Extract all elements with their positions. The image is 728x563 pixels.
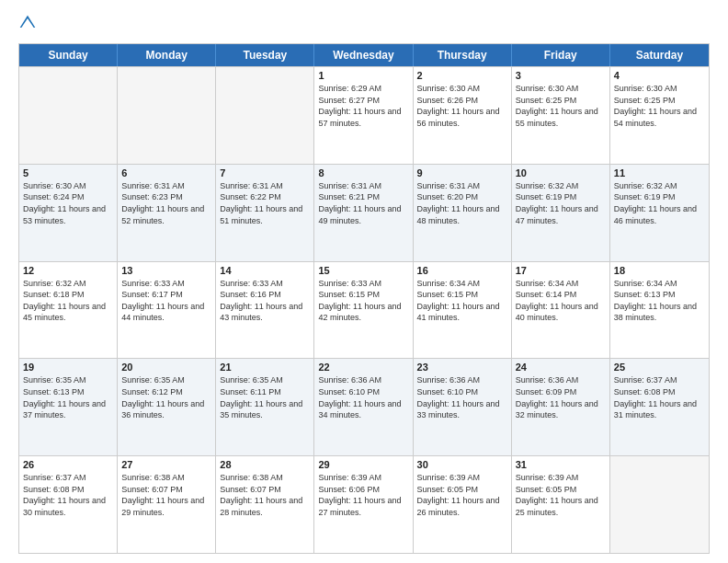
calendar-day-cell: 21Sunrise: 6:35 AMSunset: 6:11 PMDayligh… xyxy=(216,359,314,455)
header xyxy=(18,14,710,34)
day-number: 22 xyxy=(318,362,408,373)
day-number: 13 xyxy=(121,265,211,276)
cell-day-info: Sunrise: 6:29 AMSunset: 6:27 PMDaylight:… xyxy=(318,83,408,129)
cell-day-info: Sunrise: 6:35 AMSunset: 6:11 PMDaylight:… xyxy=(220,374,310,420)
cell-day-info: Sunrise: 6:39 AMSunset: 6:05 PMDaylight:… xyxy=(417,472,507,518)
calendar-header-cell: Wednesday xyxy=(314,44,413,66)
calendar-day-cell: 26Sunrise: 6:37 AMSunset: 6:08 PMDayligh… xyxy=(19,456,118,553)
cell-day-info: Sunrise: 6:33 AMSunset: 6:15 PMDaylight:… xyxy=(318,278,408,324)
calendar-day-cell xyxy=(118,67,216,164)
day-number: 9 xyxy=(417,167,507,178)
calendar-day-cell: 17Sunrise: 6:34 AMSunset: 6:14 PMDayligh… xyxy=(512,262,610,359)
calendar-day-cell: 1Sunrise: 6:29 AMSunset: 6:27 PMDaylight… xyxy=(314,67,413,164)
calendar-day-cell: 27Sunrise: 6:38 AMSunset: 6:07 PMDayligh… xyxy=(118,456,216,553)
day-number: 27 xyxy=(121,459,211,470)
calendar: SundayMondayTuesdayWednesdayThursdayFrid… xyxy=(18,43,710,554)
cell-day-info: Sunrise: 6:36 AMSunset: 6:09 PMDaylight:… xyxy=(516,374,606,420)
day-number: 31 xyxy=(516,459,606,470)
day-number: 17 xyxy=(516,265,606,276)
calendar-day-cell: 2Sunrise: 6:30 AMSunset: 6:26 PMDaylight… xyxy=(414,67,512,164)
day-number: 24 xyxy=(516,362,606,373)
cell-day-info: Sunrise: 6:32 AMSunset: 6:18 PMDaylight:… xyxy=(23,278,113,324)
cell-day-info: Sunrise: 6:34 AMSunset: 6:14 PMDaylight:… xyxy=(516,278,606,324)
page: SundayMondayTuesdayWednesdayThursdayFrid… xyxy=(0,0,728,563)
calendar-day-cell: 13Sunrise: 6:33 AMSunset: 6:17 PMDayligh… xyxy=(118,262,216,359)
cell-day-info: Sunrise: 6:31 AMSunset: 6:23 PMDaylight:… xyxy=(121,180,211,226)
calendar-day-cell: 31Sunrise: 6:39 AMSunset: 6:05 PMDayligh… xyxy=(512,456,610,553)
calendar-day-cell: 4Sunrise: 6:30 AMSunset: 6:25 PMDaylight… xyxy=(610,67,709,164)
day-number: 19 xyxy=(23,362,113,373)
calendar-day-cell: 3Sunrise: 6:30 AMSunset: 6:25 PMDaylight… xyxy=(512,67,610,164)
cell-day-info: Sunrise: 6:33 AMSunset: 6:17 PMDaylight:… xyxy=(121,278,211,324)
calendar-day-cell: 18Sunrise: 6:34 AMSunset: 6:13 PMDayligh… xyxy=(610,262,709,359)
day-number: 28 xyxy=(220,459,310,470)
calendar-day-cell: 23Sunrise: 6:36 AMSunset: 6:10 PMDayligh… xyxy=(414,359,512,455)
day-number: 29 xyxy=(318,459,408,470)
calendar-day-cell: 14Sunrise: 6:33 AMSunset: 6:16 PMDayligh… xyxy=(216,262,314,359)
calendar-day-cell: 24Sunrise: 6:36 AMSunset: 6:09 PMDayligh… xyxy=(512,359,610,455)
day-number: 11 xyxy=(614,167,705,178)
day-number: 25 xyxy=(614,362,705,373)
day-number: 3 xyxy=(516,70,606,81)
cell-day-info: Sunrise: 6:32 AMSunset: 6:19 PMDaylight:… xyxy=(516,180,606,226)
day-number: 8 xyxy=(318,167,408,178)
cell-day-info: Sunrise: 6:37 AMSunset: 6:08 PMDaylight:… xyxy=(614,374,705,420)
calendar-day-cell xyxy=(610,456,709,553)
day-number: 15 xyxy=(318,265,408,276)
cell-day-info: Sunrise: 6:39 AMSunset: 6:05 PMDaylight:… xyxy=(516,472,606,518)
calendar-header-cell: Tuesday xyxy=(216,44,314,66)
cell-day-info: Sunrise: 6:34 AMSunset: 6:15 PMDaylight:… xyxy=(417,278,507,324)
day-number: 10 xyxy=(516,167,606,178)
calendar-day-cell: 16Sunrise: 6:34 AMSunset: 6:15 PMDayligh… xyxy=(414,262,512,359)
calendar-day-cell: 25Sunrise: 6:37 AMSunset: 6:08 PMDayligh… xyxy=(610,359,709,455)
day-number: 16 xyxy=(417,265,507,276)
day-number: 1 xyxy=(318,70,408,81)
day-number: 6 xyxy=(121,167,211,178)
day-number: 30 xyxy=(417,459,507,470)
day-number: 18 xyxy=(614,265,705,276)
calendar-header-cell: Friday xyxy=(512,44,610,66)
calendar-day-cell: 29Sunrise: 6:39 AMSunset: 6:06 PMDayligh… xyxy=(314,456,413,553)
day-number: 20 xyxy=(121,362,211,373)
calendar-week-row: 5Sunrise: 6:30 AMSunset: 6:24 PMDaylight… xyxy=(19,164,709,261)
calendar-week-row: 26Sunrise: 6:37 AMSunset: 6:08 PMDayligh… xyxy=(19,455,709,553)
cell-day-info: Sunrise: 6:32 AMSunset: 6:19 PMDaylight:… xyxy=(614,180,705,226)
calendar-day-cell: 12Sunrise: 6:32 AMSunset: 6:18 PMDayligh… xyxy=(19,262,118,359)
day-number: 21 xyxy=(220,362,310,373)
calendar-header-cell: Monday xyxy=(118,44,216,66)
calendar-day-cell: 22Sunrise: 6:36 AMSunset: 6:10 PMDayligh… xyxy=(314,359,413,455)
calendar-day-cell: 11Sunrise: 6:32 AMSunset: 6:19 PMDayligh… xyxy=(610,165,709,261)
logo-icon xyxy=(18,14,37,32)
calendar-day-cell: 8Sunrise: 6:31 AMSunset: 6:21 PMDaylight… xyxy=(314,165,413,261)
calendar-day-cell: 5Sunrise: 6:30 AMSunset: 6:24 PMDaylight… xyxy=(19,165,118,261)
calendar-week-row: 1Sunrise: 6:29 AMSunset: 6:27 PMDaylight… xyxy=(19,66,709,164)
calendar-week-row: 12Sunrise: 6:32 AMSunset: 6:18 PMDayligh… xyxy=(19,261,709,359)
calendar-day-cell: 19Sunrise: 6:35 AMSunset: 6:13 PMDayligh… xyxy=(19,359,118,455)
day-number: 26 xyxy=(23,459,113,470)
cell-day-info: Sunrise: 6:38 AMSunset: 6:07 PMDaylight:… xyxy=(121,472,211,518)
calendar-day-cell: 20Sunrise: 6:35 AMSunset: 6:12 PMDayligh… xyxy=(118,359,216,455)
cell-day-info: Sunrise: 6:31 AMSunset: 6:20 PMDaylight:… xyxy=(417,180,507,226)
calendar-header-cell: Thursday xyxy=(414,44,512,66)
cell-day-info: Sunrise: 6:30 AMSunset: 6:26 PMDaylight:… xyxy=(417,83,507,129)
cell-day-info: Sunrise: 6:36 AMSunset: 6:10 PMDaylight:… xyxy=(318,374,408,420)
day-number: 14 xyxy=(220,265,310,276)
cell-day-info: Sunrise: 6:37 AMSunset: 6:08 PMDaylight:… xyxy=(23,472,113,518)
day-number: 2 xyxy=(417,70,507,81)
cell-day-info: Sunrise: 6:39 AMSunset: 6:06 PMDaylight:… xyxy=(318,472,408,518)
calendar-day-cell: 9Sunrise: 6:31 AMSunset: 6:20 PMDaylight… xyxy=(414,165,512,261)
cell-day-info: Sunrise: 6:36 AMSunset: 6:10 PMDaylight:… xyxy=(417,374,507,420)
cell-day-info: Sunrise: 6:35 AMSunset: 6:13 PMDaylight:… xyxy=(23,374,113,420)
cell-day-info: Sunrise: 6:38 AMSunset: 6:07 PMDaylight:… xyxy=(220,472,310,518)
cell-day-info: Sunrise: 6:34 AMSunset: 6:13 PMDaylight:… xyxy=(614,278,705,324)
day-number: 4 xyxy=(614,70,705,81)
day-number: 5 xyxy=(23,167,113,178)
calendar-day-cell: 15Sunrise: 6:33 AMSunset: 6:15 PMDayligh… xyxy=(314,262,413,359)
cell-day-info: Sunrise: 6:31 AMSunset: 6:21 PMDaylight:… xyxy=(318,180,408,226)
day-number: 12 xyxy=(23,265,113,276)
calendar-body: 1Sunrise: 6:29 AMSunset: 6:27 PMDaylight… xyxy=(19,66,709,553)
logo xyxy=(18,14,40,34)
calendar-week-row: 19Sunrise: 6:35 AMSunset: 6:13 PMDayligh… xyxy=(19,358,709,455)
cell-day-info: Sunrise: 6:30 AMSunset: 6:25 PMDaylight:… xyxy=(614,83,705,129)
calendar-day-cell: 10Sunrise: 6:32 AMSunset: 6:19 PMDayligh… xyxy=(512,165,610,261)
